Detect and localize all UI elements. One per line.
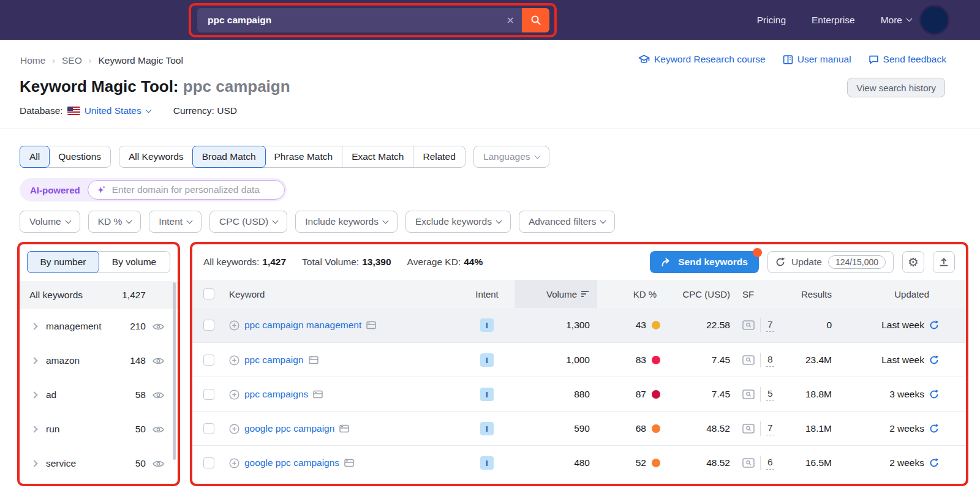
sf-count[interactable]: 6 bbox=[766, 457, 774, 470]
match-tab-group: All Keywords Broad Match Phrase Match Ex… bbox=[119, 146, 466, 168]
sf-count[interactable]: 7 bbox=[766, 423, 774, 435]
update-button[interactable]: Update 124/15,000 bbox=[767, 251, 894, 273]
refresh-icon[interactable] bbox=[929, 458, 939, 468]
eye-icon[interactable] bbox=[153, 357, 164, 365]
domain-input-wrap[interactable] bbox=[88, 180, 285, 200]
serp-card-icon[interactable] bbox=[339, 424, 349, 433]
col-kd[interactable]: KD % bbox=[597, 280, 668, 308]
clear-search-icon[interactable]: ✕ bbox=[499, 15, 522, 26]
col-intent[interactable]: Intent bbox=[459, 280, 514, 308]
breadcrumb-home[interactable]: Home bbox=[20, 55, 45, 66]
refresh-icon[interactable] bbox=[929, 355, 939, 365]
add-keyword-icon[interactable] bbox=[229, 424, 239, 434]
tab-broad-match[interactable]: Broad Match bbox=[192, 146, 266, 168]
col-keyword[interactable]: Keyword bbox=[221, 280, 459, 308]
avatar[interactable] bbox=[919, 5, 949, 35]
filter-intent[interactable]: Intent bbox=[149, 211, 202, 233]
search-input[interactable] bbox=[197, 15, 499, 26]
search-button[interactable] bbox=[522, 8, 549, 32]
serp-card-icon[interactable] bbox=[344, 459, 354, 467]
intent-badge[interactable]: I bbox=[480, 318, 494, 332]
add-keyword-icon[interactable] bbox=[229, 320, 239, 331]
col-results[interactable]: Results bbox=[791, 280, 844, 308]
eye-icon[interactable] bbox=[153, 323, 164, 331]
filter-advanced[interactable]: Advanced filters bbox=[519, 211, 615, 233]
nav-more[interactable]: More bbox=[881, 15, 911, 26]
select-all-checkbox[interactable] bbox=[203, 288, 214, 299]
sf-count[interactable]: 5 bbox=[766, 388, 774, 401]
col-cpc[interactable]: CPC (USD) bbox=[668, 280, 735, 308]
serp-preview-icon[interactable] bbox=[742, 355, 755, 365]
keyword-link[interactable]: google ppc campaign bbox=[244, 423, 334, 434]
nav-pricing[interactable]: Pricing bbox=[757, 15, 786, 26]
group-row-service[interactable]: service 50 bbox=[20, 446, 178, 481]
intent-badge[interactable]: I bbox=[480, 388, 494, 401]
filter-kd[interactable]: KD % bbox=[88, 211, 141, 233]
eye-icon[interactable] bbox=[153, 426, 164, 434]
serp-preview-icon[interactable] bbox=[742, 424, 755, 434]
add-keyword-icon[interactable] bbox=[229, 355, 239, 366]
all-keywords-row[interactable]: All keywords 1,427 bbox=[20, 281, 178, 309]
export-button[interactable] bbox=[933, 251, 955, 273]
keyword-link[interactable]: ppc campaigns bbox=[244, 389, 308, 400]
serp-card-icon[interactable] bbox=[309, 356, 318, 364]
serp-preview-icon[interactable] bbox=[742, 458, 755, 468]
user-manual-link[interactable]: User manual bbox=[783, 54, 851, 65]
send-keywords-button[interactable]: Send keywords bbox=[650, 251, 759, 273]
group-row-ad[interactable]: ad 58 bbox=[20, 378, 178, 412]
sf-count[interactable]: 7 bbox=[766, 319, 774, 332]
tab-all-keywords[interactable]: All Keywords bbox=[119, 146, 193, 167]
intent-badge[interactable]: I bbox=[480, 353, 494, 367]
serp-card-icon[interactable] bbox=[313, 390, 323, 399]
keyword-research-course-link[interactable]: Keyword Research course bbox=[638, 54, 766, 65]
row-checkbox[interactable] bbox=[203, 355, 214, 366]
serp-preview-icon[interactable] bbox=[742, 320, 755, 330]
languages-dropdown[interactable]: Languages bbox=[473, 146, 549, 168]
tab-all[interactable]: All bbox=[20, 146, 50, 168]
refresh-icon[interactable] bbox=[929, 389, 939, 399]
intent-badge[interactable]: I bbox=[480, 422, 494, 435]
intent-badge[interactable]: I bbox=[480, 456, 494, 470]
row-checkbox[interactable] bbox=[203, 423, 214, 434]
filter-cpc[interactable]: CPC (USD) bbox=[209, 211, 287, 233]
table-settings-button[interactable]: ⚙ bbox=[902, 251, 924, 273]
domain-input[interactable] bbox=[112, 184, 276, 195]
sf-count[interactable]: 8 bbox=[766, 354, 774, 367]
view-search-history-button[interactable]: View search history bbox=[847, 78, 945, 97]
add-keyword-icon[interactable] bbox=[229, 458, 239, 468]
eye-icon[interactable] bbox=[153, 391, 164, 399]
tab-phrase-match[interactable]: Phrase Match bbox=[265, 146, 342, 167]
col-updated[interactable]: Updated bbox=[844, 280, 966, 308]
row-checkbox[interactable] bbox=[203, 457, 214, 468]
keyword-search-box[interactable]: ✕ bbox=[197, 8, 549, 32]
breadcrumb-seo[interactable]: SEO bbox=[62, 55, 82, 66]
keyword-link[interactable]: ppc campaign management bbox=[244, 320, 361, 331]
database-selector[interactable]: United States bbox=[85, 105, 151, 116]
toggle-by-number[interactable]: By number bbox=[27, 251, 99, 273]
serp-card-icon[interactable] bbox=[366, 321, 376, 329]
tab-related[interactable]: Related bbox=[413, 146, 464, 167]
keyword-link[interactable]: ppc campaign bbox=[244, 355, 304, 366]
filter-exclude-keywords[interactable]: Exclude keywords bbox=[405, 211, 511, 233]
nav-enterprise[interactable]: Enterprise bbox=[812, 15, 855, 26]
eye-icon[interactable] bbox=[153, 460, 164, 468]
refresh-icon[interactable] bbox=[929, 320, 939, 330]
col-volume[interactable]: Volume bbox=[514, 280, 597, 308]
col-sf[interactable]: SF bbox=[735, 280, 791, 308]
filter-include-keywords[interactable]: Include keywords bbox=[295, 211, 398, 233]
tab-exact-match[interactable]: Exact Match bbox=[342, 146, 413, 167]
sidebar-scrollbar[interactable] bbox=[173, 282, 176, 460]
refresh-icon[interactable] bbox=[929, 424, 939, 434]
group-row-run[interactable]: run 50 bbox=[20, 412, 178, 446]
add-keyword-icon[interactable] bbox=[229, 389, 239, 400]
filter-volume[interactable]: Volume bbox=[20, 211, 80, 233]
send-feedback-link[interactable]: Send feedback bbox=[869, 54, 946, 65]
group-row-management[interactable]: management 210 bbox=[20, 309, 178, 344]
group-row-amazon[interactable]: amazon 148 bbox=[20, 344, 178, 378]
row-checkbox[interactable] bbox=[203, 320, 214, 331]
row-checkbox[interactable] bbox=[203, 389, 214, 400]
keyword-link[interactable]: google ppc campaigns bbox=[244, 457, 339, 468]
serp-preview-icon[interactable] bbox=[742, 389, 755, 399]
tab-questions[interactable]: Questions bbox=[49, 146, 110, 167]
toggle-by-volume[interactable]: By volume bbox=[99, 252, 170, 272]
